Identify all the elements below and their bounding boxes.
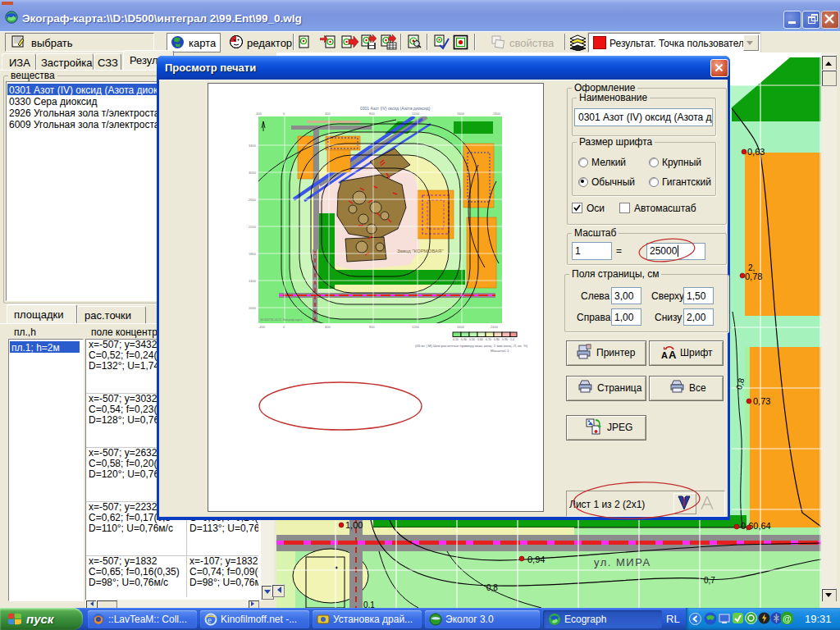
svg-text:А: А bbox=[669, 349, 677, 361]
svg-text:-400: -400 bbox=[258, 325, 266, 329]
svg-text:0,90: 0,90 bbox=[502, 338, 508, 341]
svg-text:800: 800 bbox=[369, 325, 375, 329]
svg-text:(05 мг | М) Чем расчетные прим: (05 мг | М) Чем расчетные примеру макс.к… bbox=[415, 344, 528, 348]
svg-text:0,30: 0,30 bbox=[461, 338, 467, 341]
svg-text:2200: 2200 bbox=[249, 225, 257, 229]
svg-text:1,00: 1,00 bbox=[345, 520, 363, 530]
svg-text:0,78: 0,78 bbox=[745, 272, 762, 281]
svg-text:0,73: 0,73 bbox=[753, 396, 770, 406]
svg-text:0,10: 0,10 bbox=[453, 338, 459, 341]
svg-text:0,60: 0,60 bbox=[477, 338, 483, 341]
svg-text:0: 0 bbox=[283, 325, 285, 329]
svg-text:-400: -400 bbox=[255, 112, 262, 116]
svg-text:2600: 2600 bbox=[249, 198, 257, 202]
svg-text:@: @ bbox=[783, 614, 792, 623]
svg-text:0: 0 bbox=[283, 112, 285, 116]
svg-text:1600: 1600 bbox=[457, 112, 465, 116]
svg-text:1200: 1200 bbox=[412, 325, 420, 329]
svg-text:3000: 3000 bbox=[249, 171, 257, 175]
svg-text:0,8: 0,8 bbox=[486, 583, 498, 592]
svg-text:0,63: 0,63 bbox=[747, 147, 765, 157]
svg-text:3400: 3400 bbox=[249, 144, 257, 148]
svg-text:1400: 1400 bbox=[249, 279, 257, 283]
svg-text:1,0: 1,0 bbox=[510, 338, 514, 341]
svg-text:0,60,64: 0,60,64 bbox=[741, 521, 771, 531]
svg-text:0301 Азот (IV) оксид (Азота ди: 0301 Азот (IV) оксид (Азота диоксид) bbox=[360, 106, 431, 111]
svg-text:Масштаб 1:: Масштаб 1: bbox=[491, 349, 510, 353]
svg-text:800: 800 bbox=[369, 112, 375, 116]
svg-text:А: А bbox=[661, 350, 668, 360]
svg-text:1600: 1600 bbox=[457, 325, 465, 329]
svg-text:34.300731.04.21 Экограф-карта: 34.300731.04.21 Экограф-карта bbox=[260, 318, 302, 322]
svg-text:0,94: 0,94 bbox=[527, 555, 545, 564]
svg-text:0,7: 0,7 bbox=[704, 576, 715, 585]
svg-text:400: 400 bbox=[325, 325, 331, 329]
svg-text:1000: 1000 bbox=[249, 306, 257, 310]
svg-text:0,1: 0,1 bbox=[363, 600, 375, 608]
svg-text:0,80: 0,80 bbox=[494, 338, 500, 341]
svg-text:Завод "КОРМОВАЯ": Завод "КОРМОВАЯ" bbox=[397, 249, 444, 253]
svg-text:2400: 2400 bbox=[493, 112, 501, 116]
svg-text:0,70: 0,70 bbox=[486, 338, 491, 341]
svg-text:1200: 1200 bbox=[412, 112, 420, 116]
svg-text:0,50: 0,50 bbox=[469, 338, 475, 341]
svg-text:2400: 2400 bbox=[491, 325, 499, 329]
svg-text:ул. МИРА: ул. МИРА bbox=[594, 556, 651, 568]
svg-text:1800: 1800 bbox=[249, 252, 257, 256]
svg-text:400: 400 bbox=[325, 112, 331, 116]
